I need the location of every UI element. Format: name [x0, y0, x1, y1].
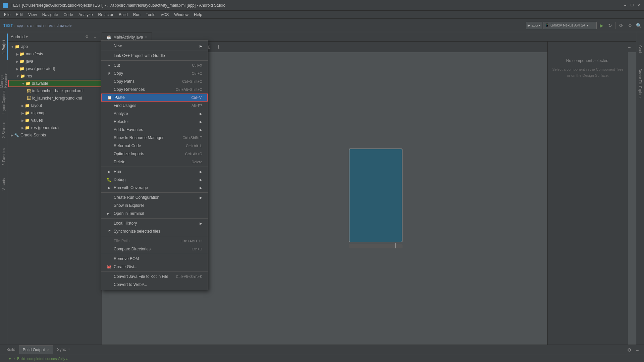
ctx-run-coverage[interactable]: ▶ Run with Coverage ▶ — [101, 184, 208, 192]
ctx-copy-paths[interactable]: Copy Paths Ctrl+Shift+C — [101, 77, 208, 85]
breadcrumb-item-main[interactable]: main — [36, 23, 44, 27]
sidebar-tab-favorites[interactable]: 2: Favorites — [0, 143, 8, 170]
sidebar-tab-project[interactable]: 1: Project — [0, 34, 8, 60]
menu-window[interactable]: Window — [171, 11, 191, 18]
ctx-reformat[interactable]: Reformat Code Ctrl+Alt+L — [101, 142, 208, 150]
title-bar: TEST [C:\Users\regac\AndroidStudioProjec… — [0, 0, 644, 11]
ctx-local-history[interactable]: Local History ▶ — [101, 219, 208, 227]
ctx-convert-kotlin[interactable]: Convert Java File to Kotlin File Ctrl+Al… — [101, 273, 208, 281]
minimize-button[interactable]: – — [623, 3, 628, 8]
bottom-tab-sync[interactable]: Sync ✕ — [53, 345, 74, 354]
zoom-in-button[interactable]: ℹ — [215, 43, 223, 51]
menu-navigate[interactable]: Navigate — [40, 11, 61, 18]
ctx-analyze[interactable]: Analyze ▶ — [101, 110, 208, 118]
ctx-compare-dirs[interactable]: Compare Directories Ctrl+D — [101, 245, 208, 253]
project-view-dropdown[interactable]: ▾ — [26, 35, 28, 39]
run-config-dropdown[interactable]: ▶ app ▾ — [526, 22, 542, 29]
main-toolbar: TEST › app › src › main › res › drawable… — [0, 19, 644, 32]
sidebar-tab-variants[interactable]: Variants — [0, 171, 8, 198]
window-title: TEST [C:\Users\regac\AndroidStudioProjec… — [11, 3, 623, 8]
ctx-find-usages[interactable]: Find Usages Alt+F7 — [101, 102, 208, 110]
tree-item-ic-launcher-fg[interactable]: 🖼 ic_launcher_foreground.xml — [8, 95, 102, 102]
project-tree: ▼ 📁 app ▶ 📁 manifests ▶ 📁 java ▶ 📁 java … — [8, 42, 102, 345]
menu-build[interactable]: Build — [116, 11, 130, 18]
tree-item-values[interactable]: ▶ 📁 values — [8, 117, 102, 124]
ctx-run[interactable]: ▶ Run ▶ — [101, 168, 208, 176]
device-dropdown[interactable]: 📱 Galaxy Nexus API 24 ▾ — [543, 22, 597, 29]
close-build-output-tab[interactable]: ✕ — [47, 348, 50, 352]
ctx-optimize[interactable]: Optimize Imports Ctrl+Alt+O — [101, 150, 208, 158]
menu-view[interactable]: View — [25, 11, 40, 18]
tree-item-ic-launcher-bg[interactable]: 🖼 ic_launcher_background.xml — [8, 87, 102, 95]
tree-item-res-gen[interactable]: ▶ 📁 res (generated) — [8, 124, 102, 131]
menu-analyze[interactable]: Analyze — [76, 11, 96, 18]
settings-button[interactable]: ⚙ — [626, 21, 634, 29]
rerun-button[interactable]: ↻ — [606, 21, 614, 29]
ctx-new[interactable]: New ▶ — [101, 42, 208, 50]
component-panel: No component selected. Select a componen… — [547, 42, 628, 345]
maximize-button[interactable]: ❐ — [629, 3, 635, 8]
ctx-open-terminal[interactable]: ▶_ Open in Terminal — [101, 209, 208, 218]
ctx-add-favorites[interactable]: Add to Favorites ▶ — [101, 126, 208, 134]
right-tab-gradle[interactable]: Gradle — [637, 34, 644, 67]
menu-refactor[interactable]: Refactor — [96, 11, 116, 18]
breadcrumb-item-drawable[interactable]: drawable — [57, 23, 72, 27]
menu-edit[interactable]: Edit — [13, 11, 25, 18]
tree-item-java[interactable]: ▶ 📁 java — [8, 58, 102, 65]
breadcrumb-item-test[interactable]: TEST — [3, 23, 13, 27]
ctx-create-gist[interactable]: 🐙 Create Gist... — [101, 263, 208, 271]
ctx-create-run-config[interactable]: Create Run Configuration ▶ — [101, 193, 208, 201]
run-button[interactable]: ▶ — [597, 21, 605, 29]
ctx-paste[interactable]: 📋 Paste Ctrl+V — [101, 94, 208, 102]
ctx-remove-bom[interactable]: Remove BOM — [101, 255, 208, 263]
ctx-copy[interactable]: ⎘ Copy Ctrl+C — [101, 69, 208, 77]
bottom-tab-build[interactable]: Build — [3, 345, 19, 354]
project-settings-button[interactable]: ⚙ — [83, 33, 91, 41]
window-controls: – ❐ ✕ — [623, 3, 641, 8]
close-button[interactable]: ✕ — [636, 3, 641, 8]
menu-code[interactable]: Code — [61, 11, 76, 18]
menu-file[interactable]: File — [1, 11, 13, 18]
build-panel-close-button[interactable]: – — [633, 346, 641, 354]
right-tab-device-explorer[interactable]: Device File Explorer — [637, 67, 644, 101]
tree-item-app[interactable]: ▼ 📁 app — [8, 43, 102, 50]
breadcrumb-item-res[interactable]: res — [48, 23, 53, 27]
ctx-link-cpp[interactable]: Link C++ Project with Gradle — [101, 52, 208, 60]
close-sync-tab[interactable]: ✕ — [68, 348, 70, 351]
ctx-sep-4 — [101, 192, 208, 193]
sidebar-tab-structure[interactable]: 2: Structure — [0, 116, 8, 143]
phone-mockup — [349, 148, 402, 242]
breadcrumb-item-src[interactable]: src — [27, 23, 32, 27]
menu-tools[interactable]: Tools — [143, 11, 158, 18]
sidebar-tab-resource-mgr[interactable]: Resource Manager — [0, 61, 8, 88]
ctx-debug[interactable]: 🐛 Debug ▶ — [101, 176, 208, 184]
menu-vcs[interactable]: VCS — [158, 11, 172, 18]
sidebar-tab-layout-captures[interactable]: Layout Captures — [0, 88, 8, 115]
tree-item-mipmap[interactable]: ▶ 📁 mipmap — [8, 109, 102, 117]
search-everywhere-button[interactable]: 🔍 — [635, 21, 643, 29]
right-sidebar: Gradle Device File Explorer — [636, 32, 644, 345]
tree-item-java-gen[interactable]: ▶ 📁 java (generated) — [8, 65, 102, 72]
context-menu: New ▶ Link C++ Project with Gradle ✂ Cut… — [101, 40, 208, 290]
menu-run[interactable]: Run — [130, 11, 143, 18]
ctx-show-resource-mgr[interactable]: Show In Resource Manager Ctrl+Shift+T — [101, 134, 208, 142]
ctx-sync-files[interactable]: ↺ Synchronize selected files — [101, 227, 208, 235]
ctx-convert-webp[interactable]: Convert to WebP... — [101, 281, 208, 289]
ctx-show-explorer[interactable]: Show in Explorer — [101, 201, 208, 209]
ctx-cut[interactable]: ✂ Cut Ctrl+X — [101, 61, 208, 69]
tree-item-layout[interactable]: ▶ 📁 layout — [8, 102, 102, 109]
tree-item-res[interactable]: ▼ 📁 res — [8, 72, 102, 80]
tab-close-main-activity[interactable]: ✕ — [145, 35, 148, 39]
build-panel-settings-button[interactable]: ⚙ — [625, 346, 633, 354]
menu-help[interactable]: Help — [191, 11, 205, 18]
ctx-delete[interactable]: Delete... Delete — [101, 158, 208, 166]
sync-button[interactable]: ⟳ — [617, 21, 625, 29]
tree-item-manifests[interactable]: ▶ 📁 manifests — [8, 50, 102, 58]
tree-item-drawable[interactable]: ▼ 📁 drawable — [8, 80, 102, 87]
project-collapse-button[interactable]: – — [91, 33, 99, 41]
tree-item-gradle[interactable]: ▶ 🔧 Gradle Scripts — [8, 131, 102, 139]
ctx-refactor[interactable]: Refactor ▶ — [101, 118, 208, 126]
ctx-copy-refs[interactable]: Copy References Ctrl+Alt+Shift+C — [101, 85, 208, 94]
bottom-tab-build-output[interactable]: Build Output ✕ — [19, 345, 53, 354]
breadcrumb-item-app[interactable]: app — [17, 23, 23, 27]
